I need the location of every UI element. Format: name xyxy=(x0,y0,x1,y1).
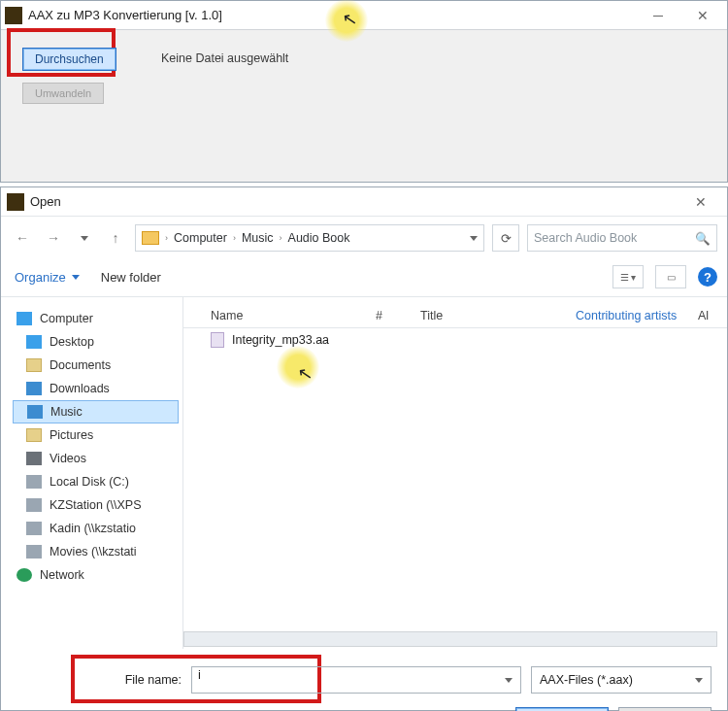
video-icon xyxy=(26,452,42,465)
tree-item-label: Documents xyxy=(50,358,111,372)
forward-button[interactable]: → xyxy=(42,226,65,250)
file-name-label: File name: xyxy=(17,673,182,687)
file-row[interactable]: Integrity_mp33.aa xyxy=(183,328,727,352)
tree-item-label: Desktop xyxy=(50,335,94,349)
converter-window: AAX zu MP3 Konvertierung [v. 1.0] ─ ✕ Du… xyxy=(0,0,728,183)
tree-item-videos[interactable]: Videos xyxy=(17,447,179,470)
organize-menu[interactable]: Organize xyxy=(15,270,80,285)
view-options-button[interactable]: ☰ ▾ xyxy=(612,265,644,288)
file-list-pane: Name # Title Contributing artists Al Int… xyxy=(183,297,727,649)
tree-item-label: KZStation (\\XPS xyxy=(50,498,141,512)
tree-item-label: Pictures xyxy=(50,428,93,442)
dialog-footer: File name: i AAX-Files (*.aax) Open ▼ Ca… xyxy=(1,649,727,711)
window-title: AAX zu MP3 Konvertierung [v. 1.0] xyxy=(28,8,222,22)
tree-item-downloads[interactable]: Downloads xyxy=(17,377,179,400)
titlebar: AAX zu MP3 Konvertierung [v. 1.0] ─ ✕ xyxy=(1,1,727,30)
back-button[interactable]: ← xyxy=(11,226,34,250)
tree-item-kzstation-xps[interactable]: KZStation (\\XPS xyxy=(17,493,179,517)
tree-item-label: Computer xyxy=(40,312,93,325)
refresh-button[interactable]: ⟳ xyxy=(492,224,519,252)
tree-item-pictures[interactable]: Pictures xyxy=(17,423,179,447)
disk-icon xyxy=(26,545,42,559)
preview-pane-button[interactable]: ▭ xyxy=(655,265,686,288)
tree-item-desktop[interactable]: Desktop xyxy=(17,330,179,354)
tree-item-label: Movies (\\kzstati xyxy=(50,545,137,559)
app-icon xyxy=(5,7,22,24)
cursor-icon: ↖ xyxy=(296,362,314,386)
search-placeholder: Search Audio Book xyxy=(534,231,637,245)
help-icon[interactable]: ? xyxy=(698,267,717,287)
col-album[interactable]: Al xyxy=(698,309,727,322)
tree-item-label: Network xyxy=(40,568,84,582)
dialog-title: Open xyxy=(30,194,61,209)
close-button[interactable]: ✕ xyxy=(680,1,725,30)
crumb[interactable]: Computer xyxy=(174,231,227,245)
nav-tree: ComputerDesktopDocumentsDownloadsMusicPi… xyxy=(1,297,183,649)
file-type-select[interactable]: AAX-Files (*.aax) xyxy=(531,666,711,694)
col-artists[interactable]: Contributing artists xyxy=(576,309,698,322)
recent-button[interactable] xyxy=(73,226,96,250)
chevron-down-icon xyxy=(695,678,703,683)
file-name: Integrity_mp33.aa xyxy=(232,333,329,347)
crumb[interactable]: Audio Book xyxy=(288,231,350,245)
folder-icon xyxy=(26,358,42,372)
column-headers: Name # Title Contributing artists Al xyxy=(183,303,727,328)
col-title[interactable]: Title xyxy=(420,309,576,322)
tree-item-movies-kzstati[interactable]: Movies (\\kzstati xyxy=(17,540,179,563)
col-name[interactable]: Name xyxy=(211,309,376,322)
horizontal-scrollbar[interactable] xyxy=(183,631,717,647)
new-folder-button[interactable]: New folder xyxy=(101,270,161,285)
tree-item-label: Local Disk (C:) xyxy=(50,475,129,489)
disk-icon xyxy=(26,498,42,512)
tree-item-label: Downloads xyxy=(50,382,110,395)
tree-item-documents[interactable]: Documents xyxy=(17,354,179,377)
net-icon xyxy=(17,568,32,582)
selected-file-status: Keine Datei ausgewählt xyxy=(161,51,288,65)
tree-item-music[interactable]: Music xyxy=(13,400,179,423)
browse-button[interactable]: Durchsuchen xyxy=(22,48,116,71)
tree-item-local-disk-c-[interactable]: Local Disk (C:) xyxy=(17,470,179,493)
dialog-body: ComputerDesktopDocumentsDownloadsMusicPi… xyxy=(1,297,727,649)
open-button[interactable]: Open ▼ xyxy=(515,707,609,711)
up-button[interactable]: ↑ xyxy=(104,226,127,250)
file-icon xyxy=(211,332,224,348)
convert-button: Umwandeln xyxy=(22,83,104,104)
col-number[interactable]: # xyxy=(376,309,420,322)
tree-item-kadin-kzstatio[interactable]: Kadin (\\kzstatio xyxy=(17,517,179,540)
tree-item-network[interactable]: Network xyxy=(17,563,179,587)
tree-item-label: Music xyxy=(50,405,83,419)
breadcrumb[interactable]: › Computer › Music › Audio Book xyxy=(135,224,484,252)
dialog-titlebar: Open ✕ xyxy=(1,187,727,217)
nav-row: ← → ↑ › Computer › Music › Audio Book ⟳ … xyxy=(1,217,727,257)
desktop-icon xyxy=(26,335,42,349)
file-name-input[interactable]: i xyxy=(191,666,521,694)
close-button[interactable]: ✕ xyxy=(678,187,723,217)
folder-icon xyxy=(26,428,42,442)
disk-icon xyxy=(26,475,42,489)
folder-icon xyxy=(142,231,159,245)
search-input[interactable]: Search Audio Book 🔍 xyxy=(527,224,717,252)
chevron-down-icon[interactable] xyxy=(470,236,478,241)
toolbar: Organize New folder ☰ ▾ ▭ ? xyxy=(1,257,727,297)
disk-icon xyxy=(26,522,42,535)
tree-item-label: Videos xyxy=(50,452,86,465)
crumb[interactable]: Music xyxy=(242,231,274,245)
cancel-button[interactable]: Cancel xyxy=(618,707,711,711)
minimize-button[interactable]: ─ xyxy=(636,1,680,30)
down-icon xyxy=(26,382,42,395)
music-icon xyxy=(27,405,43,419)
app-icon xyxy=(7,193,24,211)
tree-item-label: Kadin (\\kzstatio xyxy=(50,522,136,535)
open-dialog: Open ✕ ← → ↑ › Computer › Music › Audio … xyxy=(0,186,728,711)
search-icon: 🔍 xyxy=(695,231,711,246)
computer-icon xyxy=(17,312,32,325)
tree-item-computer[interactable]: Computer xyxy=(17,307,179,330)
